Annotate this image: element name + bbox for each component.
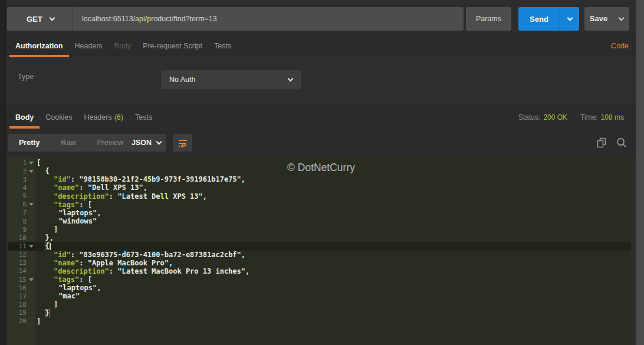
- method-dropdown[interactable]: GET: [7, 7, 73, 31]
- code-line-2[interactable]: 2 {: [8, 167, 631, 175]
- response-tab-headers[interactable]: Headers (6): [78, 106, 129, 129]
- wrap-text-icon: [178, 138, 188, 147]
- response-tabs: Body Cookies Headers (6) Tests Status: 2…: [6, 106, 636, 129]
- code-line-14[interactable]: 14 "description": "Latest MacBook Pro 13…: [8, 267, 631, 275]
- code-line-7[interactable]: 7 "laptops",: [8, 209, 631, 217]
- auth-type-select[interactable]: No Auth: [161, 70, 301, 89]
- response-meta: Status: 200 OK Time: 108 ms: [518, 113, 636, 121]
- response-tab-tests[interactable]: Tests: [129, 106, 158, 129]
- fold-arrow-icon[interactable]: [27, 167, 35, 175]
- line-number: 13: [8, 259, 35, 267]
- send-options-button[interactable]: [560, 18, 579, 20]
- view-mode-group: Pretty Raw Preview: [8, 134, 134, 152]
- line-number: 10: [8, 234, 35, 242]
- code-text: {: [35, 167, 50, 175]
- params-button[interactable]: Params: [466, 7, 511, 31]
- code-text: [: [35, 159, 41, 167]
- code-line-10[interactable]: 10 },: [8, 234, 631, 242]
- authorization-panel: Type No Auth: [6, 57, 636, 106]
- chevron-down-icon: [619, 15, 625, 21]
- code-line-8[interactable]: 8 "windows": [8, 217, 631, 225]
- code-line-19[interactable]: 19 }: [8, 309, 631, 317]
- wrap-text-button[interactable]: [173, 134, 192, 152]
- code-text: ]: [35, 317, 41, 326]
- code-line-15[interactable]: 15 "tags": [: [8, 275, 631, 284]
- code-line-18[interactable]: 18 ]: [8, 300, 631, 308]
- code-text: "mac": [35, 292, 80, 300]
- save-button[interactable]: Save: [584, 7, 629, 31]
- tab-headers[interactable]: Headers: [69, 34, 109, 57]
- line-number: 19: [8, 309, 35, 317]
- line-number: 1: [8, 159, 35, 167]
- code-line-13[interactable]: 13 "name": "Apple MacBook Pro",: [8, 259, 631, 267]
- send-button[interactable]: Send: [518, 7, 579, 31]
- code-line-12[interactable]: 12 "id": "83e96375-d673-4100-ba72-e87381…: [8, 251, 631, 259]
- code-text: ]: [35, 300, 58, 308]
- status-badge: 200 OK: [543, 113, 567, 121]
- code-line-11[interactable]: 11 {: [8, 242, 631, 250]
- line-number: 9: [8, 225, 35, 234]
- line-number: 5: [8, 192, 35, 201]
- line-number: 16: [8, 284, 35, 292]
- vertical-scrollbar[interactable]: [636, 0, 644, 345]
- line-number: 11: [8, 242, 35, 250]
- url-value: localhost:65113/api/product/find?term=13: [82, 15, 217, 23]
- code-text: "laptops",: [35, 209, 101, 217]
- code-text: "windows": [35, 217, 97, 225]
- code-text: ]: [35, 225, 58, 234]
- url-input[interactable]: localhost:65113/api/product/find?term=13: [73, 7, 464, 31]
- tab-authorization[interactable]: Authorization: [9, 34, 69, 57]
- code-text: "tags": [: [35, 275, 92, 284]
- time-label: Time:: [580, 113, 598, 121]
- fold-arrow-icon[interactable]: [27, 201, 35, 209]
- chevron-down-icon: [49, 15, 55, 21]
- code-text: "name": "Apple MacBook Pro",: [35, 259, 173, 267]
- code-line-1[interactable]: 1[: [8, 159, 631, 167]
- tab-tests[interactable]: Tests: [208, 34, 237, 57]
- code-text: "laptops",: [35, 284, 101, 292]
- save-options-button[interactable]: [613, 18, 629, 20]
- text-cursor: [50, 243, 51, 250]
- line-number: 15: [8, 275, 35, 284]
- format-select[interactable]: JSON: [127, 134, 166, 152]
- search-response-button[interactable]: [613, 135, 630, 150]
- tab-pre-request-script[interactable]: Pre-request Script: [137, 34, 208, 57]
- line-number: 3: [8, 175, 35, 183]
- line-number: 7: [8, 209, 35, 217]
- tab-body[interactable]: Body: [109, 34, 137, 57]
- code-line-4[interactable]: 4 "name": "Dell XPS 13",: [8, 183, 631, 192]
- search-icon: [616, 137, 627, 149]
- chevron-down-icon: [567, 15, 573, 21]
- code-text: {: [35, 242, 51, 250]
- copy-response-button[interactable]: [593, 135, 610, 150]
- line-number: 18: [8, 300, 35, 308]
- code-line-5[interactable]: 5 "description": "Latest Dell XPS 13",: [8, 192, 631, 201]
- response-tab-cookies[interactable]: Cookies: [40, 106, 78, 129]
- generate-code-link[interactable]: Code: [611, 42, 636, 50]
- format-value: JSON: [132, 139, 152, 147]
- code-line-20[interactable]: 20]: [8, 317, 631, 326]
- headers-count-badge: (6): [114, 113, 123, 121]
- fold-arrow-icon[interactable]: [27, 242, 35, 250]
- code-text: "id": "83e96375-d673-4100-ba72-e87381ac2…: [35, 251, 245, 259]
- send-label: Send: [518, 15, 560, 24]
- response-tab-body[interactable]: Body: [9, 106, 40, 129]
- code-line-6[interactable]: 6 "tags": [: [8, 201, 631, 209]
- left-edge-strip: [0, 0, 6, 345]
- code-text: "id": "98158b30-21f2-45b9-973f-391961b17…: [35, 175, 245, 183]
- code-line-17[interactable]: 17 "mac": [8, 292, 631, 300]
- code-line-16[interactable]: 16 "laptops",: [8, 284, 631, 292]
- view-mode-raw[interactable]: Raw: [50, 134, 86, 152]
- auth-type-label: Type: [18, 73, 34, 81]
- line-number: 12: [8, 251, 35, 259]
- editor-lines: 1[2 {3 "id": "98158b30-21f2-45b9-973f-39…: [8, 159, 631, 326]
- chevron-down-icon: [288, 75, 294, 81]
- fold-arrow-icon[interactable]: [27, 159, 35, 167]
- code-line-9[interactable]: 9 ]: [8, 225, 631, 234]
- code-line-3[interactable]: 3 "id": "98158b30-21f2-45b9-973f-391961b…: [8, 175, 631, 183]
- view-mode-pretty[interactable]: Pretty: [8, 134, 50, 152]
- code-text: "name": "Dell XPS 13",: [35, 183, 147, 192]
- postman-window: GET localhost:65113/api/product/find?ter…: [0, 0, 644, 345]
- fold-arrow-icon[interactable]: [27, 275, 35, 284]
- response-body-editor[interactable]: 1[2 {3 "id": "98158b30-21f2-45b9-973f-39…: [8, 157, 631, 345]
